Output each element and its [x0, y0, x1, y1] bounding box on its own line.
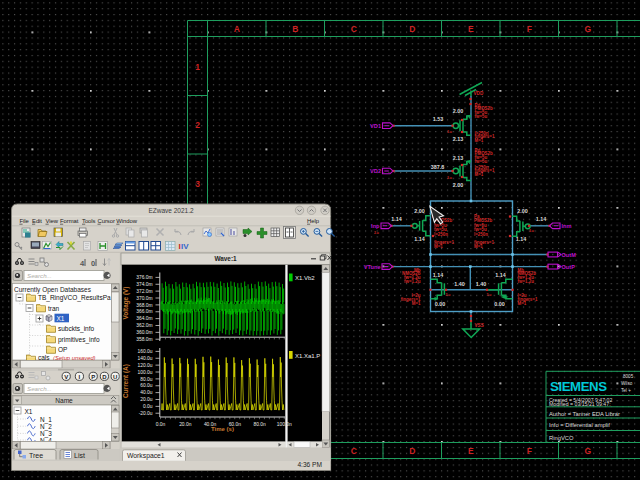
- svg-text:80.0n: 80.0n: [253, 422, 266, 427]
- svg-text:Tools: Tools: [82, 218, 96, 224]
- svg-text:362.0m: 362.0m: [136, 323, 152, 328]
- svg-text:fw=5u: fw=5u: [475, 114, 488, 119]
- svg-text:OutM: OutM: [562, 252, 577, 258]
- svg-text:Format: Format: [60, 218, 79, 224]
- svg-text:2.00: 2.00: [453, 108, 464, 114]
- svg-text:OP: OP: [58, 346, 67, 353]
- svg-text:Workspace1: Workspace1: [127, 452, 165, 460]
- svg-text:RingVCO: RingVCO: [549, 435, 574, 441]
- svg-text:1.40: 1.40: [476, 281, 487, 287]
- svg-text:20.0u: 20.0u: [140, 397, 153, 402]
- svg-text:372.0m: 372.0m: [136, 289, 152, 294]
- svg-text:358.0m: 358.0m: [136, 337, 152, 342]
- svg-text:E: E: [468, 24, 474, 34]
- svg-text:4:36 PM: 4:36 PM: [297, 461, 322, 468]
- svg-text:1.14: 1.14: [516, 236, 527, 242]
- svg-text:Current (A): Current (A): [122, 364, 130, 398]
- svg-text:80.0u: 80.0u: [140, 377, 153, 382]
- svg-text:1.14: 1.14: [495, 272, 506, 278]
- svg-text:0: 0: [91, 259, 95, 268]
- svg-text:A: A: [234, 24, 240, 34]
- svg-text:SIEMENS: SIEMENS: [550, 379, 607, 394]
- svg-text:Edit: Edit: [32, 218, 42, 224]
- svg-text:List: List: [74, 452, 85, 459]
- svg-text:1.14: 1.14: [433, 272, 444, 278]
- svg-text:Cursor: Cursor: [98, 218, 115, 224]
- svg-text:120.0u: 120.0u: [138, 363, 153, 368]
- svg-text:Name: Name: [55, 397, 73, 404]
- svg-text:G: G: [584, 24, 591, 34]
- svg-text:View: View: [46, 218, 59, 224]
- svg-text:Voltage (V): Voltage (V): [122, 287, 130, 320]
- svg-text:100.0n: 100.0n: [277, 422, 292, 427]
- svg-text:X1.Vb2: X1.Vb2: [295, 275, 315, 281]
- svg-text:Tree: Tree: [29, 452, 43, 459]
- svg-text:VDD: VDD: [474, 91, 484, 96]
- svg-text:V: V: [64, 374, 68, 380]
- svg-text:M=1: M=1: [518, 301, 527, 306]
- svg-text:D: D: [409, 24, 415, 34]
- svg-text:subckts_info: subckts_info: [58, 325, 95, 333]
- svg-text:8005: 8005: [623, 374, 634, 379]
- svg-text:1.14: 1.14: [391, 216, 402, 222]
- svg-text:fw=1.2u: fw=1.2u: [518, 279, 535, 284]
- svg-text:0.00: 0.00: [435, 301, 446, 307]
- svg-text:D: D: [102, 374, 107, 380]
- svg-text:tran: tran: [48, 305, 60, 312]
- svg-text:366.0m: 366.0m: [136, 309, 152, 314]
- svg-text:Inp: Inp: [371, 223, 380, 229]
- svg-text:l=250n: l=250n: [474, 232, 488, 237]
- svg-text:(Setup unsaved): (Setup unsaved): [53, 355, 96, 361]
- svg-text:1.53: 1.53: [433, 116, 444, 122]
- svg-text:Search...: Search...: [27, 385, 52, 392]
- svg-text:fw=5u: fw=5u: [475, 159, 488, 164]
- svg-text:0.0n: 0.0n: [156, 422, 166, 427]
- svg-text:C: C: [351, 446, 357, 456]
- svg-text:File: File: [19, 218, 29, 224]
- svg-text:M=1: M=1: [412, 301, 421, 306]
- svg-text:1: 1: [195, 62, 200, 72]
- svg-text:3: 3: [195, 179, 200, 189]
- svg-text:P: P: [91, 374, 95, 380]
- svg-text:Wilso: Wilso: [621, 381, 633, 386]
- svg-text:OutP: OutP: [562, 264, 576, 270]
- svg-text:40.0u: 40.0u: [140, 390, 153, 395]
- svg-text:2.13: 2.13: [453, 136, 464, 142]
- svg-text:Modified = 03/15/21 09:47:: Modified = 03/15/21 09:47:: [549, 401, 611, 407]
- svg-text:Tel +: Tel +: [621, 388, 631, 393]
- svg-text:0.00: 0.00: [494, 301, 505, 307]
- svg-text:TB_RingVCO_ResultsPa: TB_RingVCO_ResultsPa: [38, 294, 111, 302]
- svg-text:3.u: 3.u: [447, 176, 452, 180]
- svg-text:Time (s): Time (s): [211, 426, 234, 432]
- svg-text:VD1: VD1: [370, 123, 381, 129]
- svg-text:VTune: VTune: [364, 264, 381, 270]
- svg-text:160.0u: 160.0u: [138, 349, 153, 354]
- svg-text:3.u: 3.u: [487, 293, 492, 297]
- svg-text:X1: X1: [57, 315, 65, 322]
- svg-text:364.0m: 364.0m: [136, 316, 152, 321]
- svg-text:0.0u: 0.0u: [143, 404, 153, 409]
- svg-text:C: C: [351, 24, 357, 34]
- svg-text:M=1: M=1: [434, 244, 443, 249]
- svg-text:M=1: M=1: [474, 244, 483, 249]
- svg-text:Info = Differential amplif: Info = Differential amplif: [549, 422, 610, 428]
- svg-text:140.0u: 140.0u: [138, 356, 153, 361]
- svg-text:2.u: 2.u: [374, 231, 379, 235]
- svg-text:374.0m: 374.0m: [136, 282, 152, 287]
- svg-text:M=1: M=1: [475, 172, 484, 177]
- svg-text:387.8: 387.8: [431, 164, 445, 170]
- svg-text:X1.Xa1.P: X1.Xa1.P: [295, 353, 320, 359]
- svg-text:370.0m: 370.0m: [136, 296, 152, 301]
- svg-text:X1: X1: [25, 408, 33, 415]
- svg-text:G: G: [584, 446, 591, 456]
- svg-text:3.u: 3.u: [529, 229, 534, 233]
- svg-text:20.0n: 20.0n: [179, 422, 192, 427]
- svg-text:Inm: Inm: [562, 223, 572, 229]
- svg-text:primitives_info: primitives_info: [58, 336, 100, 344]
- svg-text:F: F: [527, 24, 532, 34]
- svg-text:U: U: [113, 374, 117, 380]
- svg-text:F: F: [527, 446, 532, 456]
- svg-text:2: 2: [195, 120, 200, 130]
- svg-text:fw=1.2u: fw=1.2u: [404, 279, 421, 284]
- svg-text:Author = Tanner EDA Librar: Author = Tanner EDA Librar: [549, 411, 620, 417]
